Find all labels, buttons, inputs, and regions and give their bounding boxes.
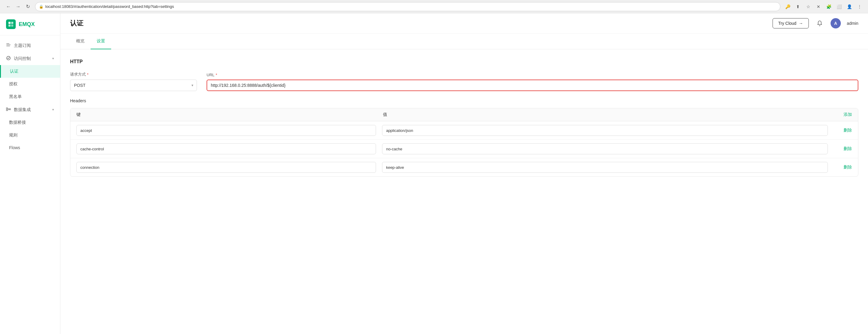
method-field: 请求方式 * POST GET PUT ▾ <box>70 72 197 91</box>
close-tab-icon[interactable]: ✕ <box>815 3 822 10</box>
svg-rect-1 <box>11 22 13 24</box>
svg-rect-5 <box>6 45 10 45</box>
window-icon[interactable]: ⬜ <box>835 3 843 10</box>
sidebar-item-flows[interactable]: Flows <box>0 142 60 154</box>
forward-button[interactable]: → <box>14 3 22 10</box>
logo-icon <box>6 19 16 29</box>
method-label: 请求方式 * <box>70 72 197 77</box>
svg-rect-9 <box>6 110 7 111</box>
header-key-input-0[interactable] <box>76 125 376 136</box>
main-content: 认证 Try Cloud → A admin 概览 <box>60 13 868 334</box>
sidebar-data-bridge-label: 数据桥接 <box>9 120 26 125</box>
table-row: 删除 <box>70 140 858 158</box>
sidebar-item-subscriptions[interactable]: 主题订阅 <box>0 39 60 52</box>
try-cloud-button[interactable]: Try Cloud → <box>773 18 809 28</box>
sidebar-item-authorization[interactable]: 授权 <box>0 78 60 90</box>
tab-overview[interactable]: 概览 <box>70 34 91 49</box>
sidebar-item-blacklist[interactable]: 黑名单 <box>0 90 60 103</box>
svg-line-11 <box>7 108 9 109</box>
svg-rect-3 <box>11 25 13 27</box>
headers-col-value: 值 <box>383 112 834 117</box>
header-value-input-0[interactable] <box>382 125 828 136</box>
sidebar-authorization-label: 授权 <box>9 81 18 87</box>
section-title: HTTP <box>70 59 858 64</box>
header-value-input-1[interactable] <box>382 143 828 154</box>
svg-rect-8 <box>6 108 7 109</box>
page-title: 认证 <box>70 19 83 28</box>
svg-rect-2 <box>8 25 10 27</box>
sidebar-item-data-integration[interactable]: 数据集成 ▾ <box>0 103 60 116</box>
try-cloud-arrow: → <box>799 21 803 26</box>
back-button[interactable]: ← <box>5 3 12 10</box>
sidebar-item-rules[interactable]: 规则 <box>0 129 60 142</box>
method-select[interactable]: POST GET PUT <box>70 80 197 91</box>
tabs-bar: 概览 设置 <box>60 34 868 49</box>
browser-actions: 🔑 ⬆ ☆ ✕ 🧩 ⬜ 👤 ⋮ <box>784 3 863 10</box>
refresh-button[interactable]: ↻ <box>24 3 31 10</box>
sidebar-rules-label: 规则 <box>9 133 18 138</box>
url-text: localhost:18083/#/authentication/detail/… <box>45 4 174 9</box>
svg-rect-4 <box>6 43 9 44</box>
headers-title: Headers <box>70 98 858 103</box>
profile-icon[interactable]: 👤 <box>846 3 853 10</box>
table-row: 删除 <box>70 158 858 176</box>
user-avatar[interactable]: A <box>831 18 841 28</box>
menu-icon[interactable]: ⋮ <box>856 3 863 10</box>
header-key-input-1[interactable] <box>76 143 376 154</box>
headers-table: 键 值 添加 删除 删除 <box>70 108 858 177</box>
content-area: 概览 设置 HTTP 请求方式 * POST <box>60 34 868 334</box>
logo-text: EMQX <box>19 21 35 28</box>
method-required-star: * <box>87 72 89 77</box>
headers-thead: 键 值 添加 <box>70 108 858 121</box>
header-delete-button-0[interactable]: 删除 <box>834 128 852 133</box>
url-field: URL * <box>207 73 858 91</box>
header-value-input-2[interactable] <box>382 162 828 173</box>
chevron-down-icon-2: ▾ <box>52 108 54 112</box>
headers-section: Headers 键 值 添加 删除 <box>70 98 858 177</box>
sidebar-subscriptions-label: 主题订阅 <box>14 43 31 48</box>
form-content: HTTP 请求方式 * POST GET PUT <box>60 49 868 186</box>
top-header: 认证 Try Cloud → A admin <box>60 13 868 34</box>
app-layout: EMQX 主题订阅 <box>0 13 868 334</box>
url-label: URL * <box>207 73 858 77</box>
extensions-icon[interactable]: 🧩 <box>825 3 832 10</box>
sidebar-flows-label: Flows <box>9 145 20 150</box>
svg-rect-0 <box>8 22 10 24</box>
svg-rect-10 <box>9 109 10 110</box>
header-delete-button-2[interactable]: 删除 <box>834 165 852 170</box>
secure-icon: 🔒 <box>39 4 43 9</box>
user-name[interactable]: admin <box>847 21 858 26</box>
subscriptions-icon <box>6 43 11 48</box>
url-required-star: * <box>216 73 217 77</box>
headers-col-key: 键 <box>76 112 377 117</box>
sidebar-auth-label: 认证 <box>10 69 19 74</box>
access-control-icon <box>6 56 11 61</box>
address-bar[interactable]: 🔒 localhost:18083/#/authentication/detai… <box>35 2 780 11</box>
sidebar-item-auth[interactable]: 认证 <box>0 65 60 78</box>
svg-line-12 <box>7 109 9 110</box>
method-url-row: 请求方式 * POST GET PUT ▾ <box>70 72 858 91</box>
svg-rect-6 <box>6 46 10 46</box>
method-select-wrapper: POST GET PUT ▾ <box>70 80 197 91</box>
sidebar: EMQX 主题订阅 <box>0 13 60 334</box>
table-row: 删除 <box>70 121 858 140</box>
header-delete-button-1[interactable]: 删除 <box>834 146 852 151</box>
chevron-down-icon: ▾ <box>52 57 54 60</box>
browser-nav-buttons: ← → ↻ <box>5 3 31 10</box>
sidebar-access-control-label: 访问控制 <box>14 56 31 61</box>
headers-add-button[interactable]: 添加 <box>834 112 852 117</box>
tab-settings[interactable]: 设置 <box>91 34 111 49</box>
header-key-input-2[interactable] <box>76 162 376 173</box>
sidebar-logo: EMQX <box>0 13 60 35</box>
sidebar-data-integration-label: 数据集成 <box>14 107 31 113</box>
bookmark-icon[interactable]: ☆ <box>805 3 812 10</box>
sidebar-item-access-control[interactable]: 访问控制 ▾ <box>0 52 60 65</box>
password-manager-icon[interactable]: 🔑 <box>784 3 791 10</box>
sidebar-item-data-bridge[interactable]: 数据桥接 <box>0 116 60 129</box>
header-right: Try Cloud → A admin <box>773 18 858 28</box>
notification-button[interactable] <box>815 19 825 28</box>
sidebar-navigation: 主题订阅 访问控制 ▾ 认证 <box>0 35 60 334</box>
data-integration-icon <box>6 107 11 113</box>
share-icon[interactable]: ⬆ <box>794 3 802 10</box>
url-input[interactable] <box>207 80 858 91</box>
